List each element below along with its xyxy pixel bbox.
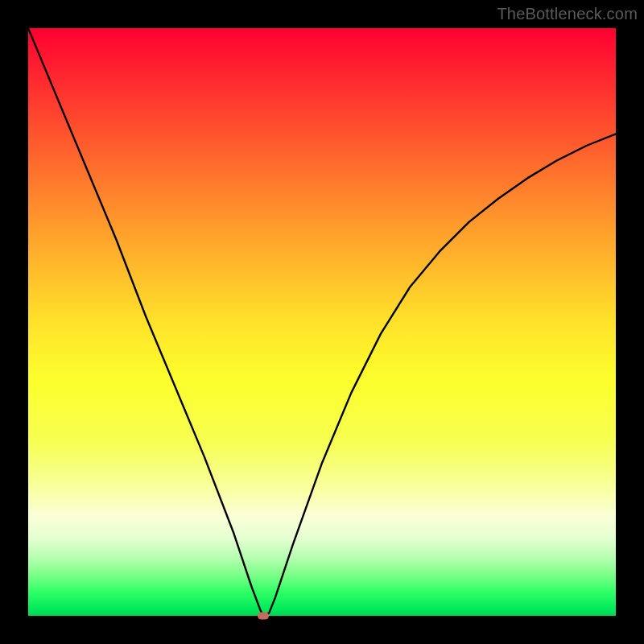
chart-stage: TheBottleneck.com [0,0,644,644]
plot-area [28,28,616,616]
curve-svg [28,28,616,616]
minimum-marker [258,613,269,620]
watermark-text: TheBottleneck.com [497,5,638,23]
bottleneck-curve [28,28,616,616]
